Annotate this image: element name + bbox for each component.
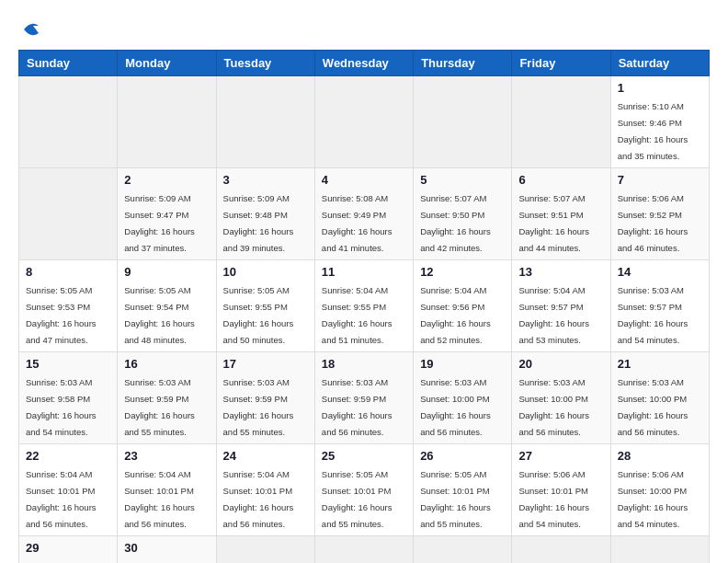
day-detail: Sunrise: 5:04 AM Sunset: 9:55 PM Dayligh…	[322, 285, 392, 345]
day-number: 10	[223, 265, 308, 279]
calendar-day-cell: 26Sunrise: 5:05 AM Sunset: 10:01 PM Dayl…	[414, 444, 512, 536]
day-number: 24	[223, 449, 308, 463]
calendar-day-cell: 6Sunrise: 5:07 AM Sunset: 9:51 PM Daylig…	[512, 168, 610, 260]
calendar-week-row: 2Sunrise: 5:09 AM Sunset: 9:47 PM Daylig…	[19, 168, 710, 260]
calendar-day-cell: 19Sunrise: 5:03 AM Sunset: 10:00 PM Dayl…	[414, 352, 512, 444]
day-number: 27	[518, 449, 603, 463]
calendar-day-cell: 1Sunrise: 5:10 AM Sunset: 9:46 PM Daylig…	[610, 76, 709, 168]
day-number: 20	[518, 357, 603, 371]
day-number: 23	[124, 449, 209, 463]
day-detail: Sunrise: 5:03 AM Sunset: 9:59 PM Dayligh…	[124, 377, 195, 437]
day-number: 30	[124, 541, 209, 555]
calendar-day-header: Sunday	[19, 51, 118, 76]
calendar-day-header: Friday	[512, 51, 610, 76]
day-number: 25	[322, 449, 406, 463]
calendar-day-cell: 16Sunrise: 5:03 AM Sunset: 9:59 PM Dayli…	[118, 352, 216, 444]
calendar-day-header: Wednesday	[314, 51, 413, 76]
page-header	[18, 18, 710, 35]
calendar-day-cell: 17Sunrise: 5:03 AM Sunset: 9:59 PM Dayli…	[216, 352, 314, 444]
calendar-day-cell: 2Sunrise: 5:09 AM Sunset: 9:47 PM Daylig…	[118, 168, 216, 260]
day-number: 17	[223, 357, 308, 371]
day-number: 4	[322, 173, 406, 187]
day-detail: Sunrise: 5:06 AM Sunset: 10:00 PM Daylig…	[618, 469, 688, 529]
day-detail: Sunrise: 5:03 AM Sunset: 9:57 PM Dayligh…	[618, 285, 688, 345]
calendar-empty-cell	[216, 76, 314, 168]
calendar-day-cell	[314, 536, 413, 564]
calendar-empty-cell	[118, 76, 216, 168]
day-detail: Sunrise: 5:04 AM Sunset: 10:01 PM Daylig…	[26, 469, 97, 529]
calendar-week-row: 29Sunrise: 5:07 AM Sunset: 10:00 PM Dayl…	[19, 536, 710, 564]
calendar-day-header: Saturday	[610, 51, 709, 76]
calendar-day-header: Monday	[118, 51, 216, 76]
day-detail: Sunrise: 5:04 AM Sunset: 10:01 PM Daylig…	[124, 469, 195, 529]
day-detail: Sunrise: 5:05 AM Sunset: 9:54 PM Dayligh…	[124, 285, 195, 345]
day-number: 8	[26, 265, 110, 279]
calendar-day-cell: 5Sunrise: 5:07 AM Sunset: 9:50 PM Daylig…	[414, 168, 512, 260]
calendar-day-cell: 7Sunrise: 5:06 AM Sunset: 9:52 PM Daylig…	[610, 168, 709, 260]
logo-icon	[20, 18, 42, 40]
day-number: 21	[618, 357, 702, 371]
day-number: 12	[420, 265, 505, 279]
calendar-table: SundayMondayTuesdayWednesdayThursdayFrid…	[18, 50, 710, 563]
day-detail: Sunrise: 5:03 AM Sunset: 10:00 PM Daylig…	[518, 377, 589, 437]
day-number: 18	[322, 357, 406, 371]
day-number: 11	[322, 265, 406, 279]
calendar-day-cell	[512, 536, 610, 564]
calendar-day-cell: 23Sunrise: 5:04 AM Sunset: 10:01 PM Dayl…	[118, 444, 216, 536]
day-number: 16	[124, 357, 209, 371]
day-number: 9	[124, 265, 209, 279]
day-detail: Sunrise: 5:05 AM Sunset: 9:55 PM Dayligh…	[223, 285, 294, 345]
calendar-day-cell: 22Sunrise: 5:04 AM Sunset: 10:01 PM Dayl…	[19, 444, 118, 536]
calendar-day-cell: 21Sunrise: 5:03 AM Sunset: 10:00 PM Dayl…	[610, 352, 709, 444]
calendar-day-cell: 12Sunrise: 5:04 AM Sunset: 9:56 PM Dayli…	[414, 260, 512, 352]
day-detail: Sunrise: 5:05 AM Sunset: 10:01 PM Daylig…	[420, 469, 491, 529]
calendar-day-cell: 4Sunrise: 5:08 AM Sunset: 9:49 PM Daylig…	[314, 168, 413, 260]
calendar-empty-cell	[314, 76, 413, 168]
day-number: 19	[420, 357, 505, 371]
day-number: 14	[618, 265, 702, 279]
day-number: 22	[26, 449, 110, 463]
day-detail: Sunrise: 5:04 AM Sunset: 10:01 PM Daylig…	[223, 469, 294, 529]
calendar-day-cell: 8Sunrise: 5:05 AM Sunset: 9:53 PM Daylig…	[19, 260, 118, 352]
day-number: 5	[420, 173, 505, 187]
day-number: 26	[420, 449, 505, 463]
calendar-week-row: 8Sunrise: 5:05 AM Sunset: 9:53 PM Daylig…	[19, 260, 710, 352]
calendar-day-cell: 13Sunrise: 5:04 AM Sunset: 9:57 PM Dayli…	[512, 260, 610, 352]
day-detail: Sunrise: 5:03 AM Sunset: 9:58 PM Dayligh…	[26, 377, 97, 437]
calendar-day-cell: 20Sunrise: 5:03 AM Sunset: 10:00 PM Dayl…	[512, 352, 610, 444]
calendar-day-header: Tuesday	[216, 51, 314, 76]
calendar-day-cell	[216, 536, 314, 564]
day-number: 13	[518, 265, 603, 279]
calendar-day-cell: 18Sunrise: 5:03 AM Sunset: 9:59 PM Dayli…	[314, 352, 413, 444]
calendar-day-cell: 29Sunrise: 5:07 AM Sunset: 10:00 PM Dayl…	[19, 536, 118, 564]
calendar-empty-cell	[512, 76, 610, 168]
calendar-week-row: 22Sunrise: 5:04 AM Sunset: 10:01 PM Dayl…	[19, 444, 710, 536]
day-detail: Sunrise: 5:08 AM Sunset: 9:49 PM Dayligh…	[322, 193, 392, 253]
calendar-day-cell: 10Sunrise: 5:05 AM Sunset: 9:55 PM Dayli…	[216, 260, 314, 352]
calendar-day-cell: 15Sunrise: 5:03 AM Sunset: 9:58 PM Dayli…	[19, 352, 118, 444]
day-detail: Sunrise: 5:09 AM Sunset: 9:47 PM Dayligh…	[124, 193, 195, 253]
calendar-day-cell: 24Sunrise: 5:04 AM Sunset: 10:01 PM Dayl…	[216, 444, 314, 536]
day-number: 3	[223, 173, 308, 187]
day-number: 1	[618, 81, 702, 95]
calendar-day-header: Thursday	[414, 51, 512, 76]
day-detail: Sunrise: 5:06 AM Sunset: 10:01 PM Daylig…	[518, 469, 589, 529]
calendar-day-cell: 14Sunrise: 5:03 AM Sunset: 9:57 PM Dayli…	[610, 260, 709, 352]
calendar-week-row: 15Sunrise: 5:03 AM Sunset: 9:58 PM Dayli…	[19, 352, 710, 444]
day-detail: Sunrise: 5:10 AM Sunset: 9:46 PM Dayligh…	[618, 101, 688, 161]
day-number: 28	[618, 449, 702, 463]
calendar-empty-cell	[19, 76, 118, 168]
day-detail: Sunrise: 5:03 AM Sunset: 9:59 PM Dayligh…	[223, 377, 294, 437]
calendar-day-cell: 3Sunrise: 5:09 AM Sunset: 9:48 PM Daylig…	[216, 168, 314, 260]
logo	[18, 18, 44, 35]
day-number: 7	[618, 173, 702, 187]
day-number: 29	[26, 541, 110, 555]
calendar-header-row: SundayMondayTuesdayWednesdayThursdayFrid…	[19, 51, 710, 76]
day-detail: Sunrise: 5:07 AM Sunset: 9:51 PM Dayligh…	[518, 193, 589, 253]
day-detail: Sunrise: 5:06 AM Sunset: 9:52 PM Dayligh…	[618, 193, 688, 253]
day-detail: Sunrise: 5:04 AM Sunset: 9:57 PM Dayligh…	[518, 285, 589, 345]
day-number: 6	[518, 173, 603, 187]
day-detail: Sunrise: 5:09 AM Sunset: 9:48 PM Dayligh…	[223, 193, 294, 253]
calendar-day-cell: 27Sunrise: 5:06 AM Sunset: 10:01 PM Dayl…	[512, 444, 610, 536]
day-detail: Sunrise: 5:04 AM Sunset: 9:56 PM Dayligh…	[420, 285, 491, 345]
